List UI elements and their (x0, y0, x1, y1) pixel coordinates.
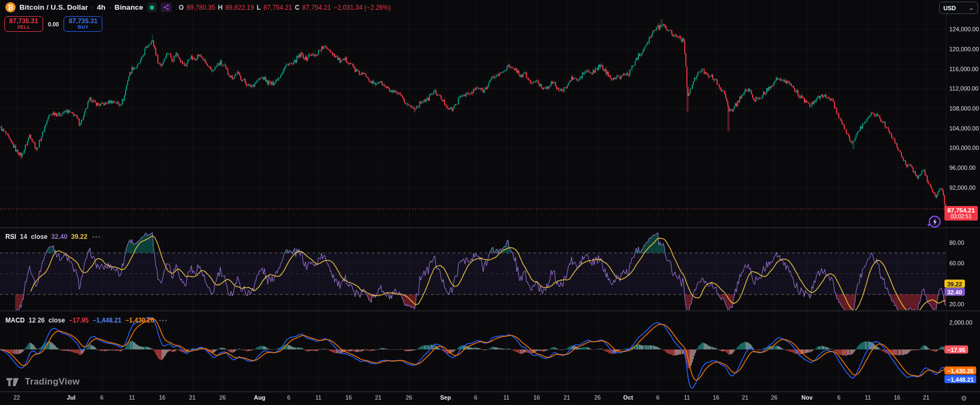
macd-signal-value: −1,430.26 (125, 317, 154, 324)
time-axis-label: 11 (315, 394, 321, 401)
price-axis-label: 20.00 (949, 301, 964, 307)
rsi-value-badge: 32.40 (944, 288, 965, 296)
time-axis-label: 21 (742, 394, 748, 401)
price-axis-label: 80.00 (949, 239, 964, 246)
macd-menu-dots[interactable]: ••• (159, 318, 168, 324)
market-open-dot-icon (150, 5, 154, 10)
price-axis-label: 104,000.00 (949, 125, 979, 132)
time-axis-label: Aug (254, 394, 265, 401)
lightning-icon[interactable] (926, 214, 942, 230)
rsi-title: RSI (5, 233, 16, 241)
time-axis-label: 6 (100, 394, 103, 401)
bar-countdown: 03:02:51 (944, 214, 978, 219)
macd-indicator-header[interactable]: MACD 12 26 close −17.95 −1,448.21 −1,430… (5, 317, 168, 324)
macd-value-badge: −1,448.21 (944, 375, 976, 383)
current-price-badge: 87,754.21 03:02:51 (944, 206, 978, 221)
price-axis-label: 108,000.00 (949, 105, 979, 112)
price-axis-label: 92,000.00 (949, 184, 976, 191)
symbol-name: Bitcoin / U.S. Dollar (19, 3, 88, 11)
tradingview-chart-window: ₿ Bitcoin / U.S. Dollar · 4h · Binance O… (0, 0, 980, 405)
time-axis-label: 6 (837, 394, 840, 401)
time-axis-label: 16 (533, 394, 540, 401)
macd-line-value: −1,448.21 (93, 317, 122, 324)
separator-dot: · (91, 3, 94, 11)
rsi-value-badge: 39.22 (944, 280, 965, 288)
price-axis-label: 2,000.00 (949, 319, 972, 326)
macd-title: MACD (5, 317, 25, 324)
price-axis-label: 124,000.00 (949, 26, 979, 32)
exchange-label: Binance (115, 3, 143, 11)
price-axis-label: 100,000.00 (949, 145, 979, 151)
current-price: 87,754.21 (944, 207, 978, 214)
time-axis-label: 26 (594, 394, 601, 401)
market-status-icon[interactable] (147, 3, 157, 12)
time-axis-label: 26 (219, 394, 226, 401)
tradingview-logo[interactable]: TradingView (6, 376, 80, 387)
time-axis-label: 26 (406, 394, 412, 401)
time-axis-label: 21 (375, 394, 381, 401)
time-axis-label: Nov (802, 394, 813, 401)
tradingview-logo-icon (6, 377, 21, 387)
separator-dot: · (109, 3, 112, 11)
time-axis-label: 11 (684, 394, 690, 401)
order-panel: 87,735.31 SELL 0.00 87,735.31 BUY (4, 16, 102, 32)
time-axis-label: 16 (894, 394, 900, 401)
time-axis-label: 11 (503, 394, 509, 401)
chart-canvas[interactable] (0, 0, 980, 405)
price-axis-label: 112,000.00 (949, 85, 978, 92)
rsi-menu-dots[interactable]: ••• (92, 234, 101, 240)
time-axis-label: 16 (713, 394, 719, 401)
time-axis-label: 16 (345, 394, 352, 401)
macd-value-badge: −17.95 (944, 346, 968, 354)
ohlc-values: O89,780.35 H89,822.19 L87,754.21 C87,754… (179, 4, 391, 11)
currency-selector-button[interactable]: USD ⌄ (939, 2, 978, 14)
time-axis-label: 21 (564, 394, 570, 401)
share-icon[interactable] (161, 3, 172, 12)
macd-value-badge: −1,430.26 (944, 367, 976, 375)
time-axis-label: 6 (287, 394, 290, 401)
price-axis-label: 60.00 (949, 260, 964, 266)
tradingview-logo-text: TradingView (25, 376, 80, 387)
time-axis-label: Jul (67, 394, 75, 401)
chevron-down-icon: ⌄ (969, 5, 975, 11)
time-axis-label: 11 (865, 394, 871, 401)
symbol-header: ₿ Bitcoin / U.S. Dollar · 4h · Binance O… (5, 2, 391, 12)
buy-button[interactable]: 87,735.31 BUY (64, 16, 102, 32)
time-axis-label: 16 (159, 394, 165, 401)
macd-hist-value: −17.95 (69, 317, 89, 324)
time-axis-label: 26 (771, 394, 777, 401)
price-axis-label: 96,000.00 (949, 164, 976, 171)
rsi-indicator-header[interactable]: RSI 14 close 32.40 39.22 ••• (5, 233, 101, 241)
time-axis-label: 21 (189, 394, 196, 401)
share-icon-glyph (163, 4, 169, 10)
change-value: −2,031.34 (−2.26%) (333, 4, 391, 11)
price-axis-label: 120,000.00 (949, 46, 979, 52)
time-axis-label: 6 (474, 394, 477, 401)
time-axis-label: 21 (923, 394, 929, 401)
time-axis-label: 6 (656, 394, 659, 401)
time-axis-label: 11 (129, 394, 135, 401)
spread-value: 0.00 (48, 21, 59, 28)
rsi-ma-value: 39.22 (71, 233, 87, 241)
rsi-value: 32.40 (51, 233, 67, 241)
gear-icon[interactable]: ⚙ (961, 394, 967, 402)
sell-button[interactable]: 87,735.31 SELL (4, 16, 43, 32)
price-axis-label: 116,000.00 (949, 66, 978, 72)
time-axis-label: Sep (440, 394, 451, 401)
time-axis-label: Oct (623, 394, 633, 401)
interval-label[interactable]: 4h (97, 3, 106, 11)
bitcoin-icon: ₿ (5, 2, 16, 12)
time-axis-label: 22 (13, 394, 20, 401)
symbol-title[interactable]: Bitcoin / U.S. Dollar · 4h · Binance (19, 3, 143, 11)
